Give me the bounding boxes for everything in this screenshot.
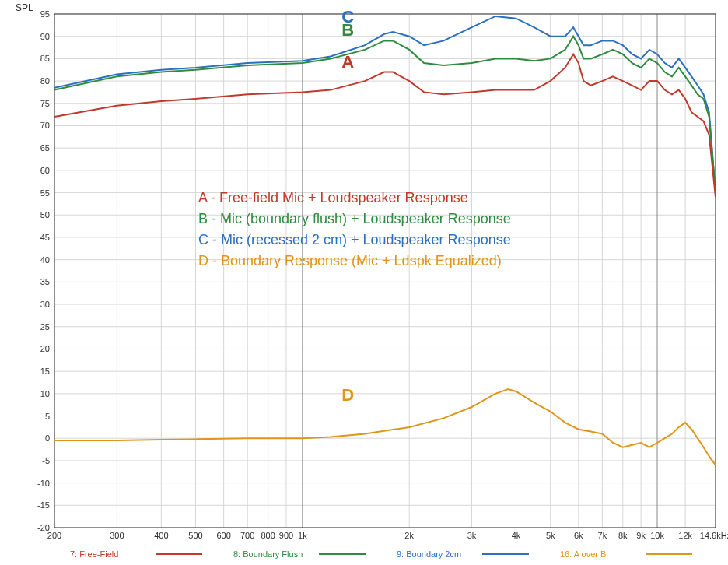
spl-frequency-chart: SPL 2003004005006007008009001k2k3k4k5k6k… (0, 0, 728, 565)
annot-d: D (341, 385, 354, 405)
series-b-line (54, 37, 716, 193)
footer-label-16: 16: A over B (560, 549, 606, 559)
y-tick: 95 (40, 9, 50, 19)
y-tick: 55 (40, 188, 50, 198)
y-tick: 75 (40, 99, 50, 108)
x-tick: 6k (574, 531, 583, 540)
y-tick: 10 (40, 389, 50, 398)
x-tick: 700 (240, 531, 254, 540)
y-tick: -5 (42, 456, 50, 465)
y-tick: -20 (37, 523, 50, 532)
x-tick: 5k (546, 531, 555, 540)
x-tick: 500 (188, 531, 202, 540)
x-tick: 12k (678, 531, 692, 540)
y-tick: 70 (40, 121, 50, 130)
legend-entry-b: B - Mic (boundary flush) + Loudspeaker R… (198, 211, 511, 226)
footer-label-9: 9: Boundary 2cm (397, 549, 461, 559)
y-tick: 65 (40, 143, 50, 153)
x-tick: 800 (261, 531, 275, 540)
y-tick: 20 (40, 344, 50, 353)
x-tick: 14.6kHz (700, 531, 728, 540)
y-tick: 35 (40, 277, 50, 286)
x-tick: 300 (110, 531, 124, 540)
svg-rect-44 (54, 14, 716, 528)
x-tick: 3k (467, 531, 477, 540)
y-tick-labels: -20-15-10-505101520253035404550556065707… (37, 9, 50, 532)
legend-entry-a: A - Free-field Mic + Loudspeaker Respons… (198, 190, 468, 205)
legend-entry-c: C - Mic (recessed 2 cm) + Loudspeaker Re… (198, 232, 511, 247)
footer-label-7: 7: Free-Field (70, 549, 118, 559)
x-tick: 4k (512, 531, 521, 540)
y-tick: -15 (37, 500, 50, 510)
x-tick: 1k (298, 531, 307, 540)
x-tick: 9k (636, 531, 646, 540)
legend-entry-d: D - Boundary Response (Mic + Ldspk Equal… (198, 253, 502, 268)
y-tick: 85 (40, 54, 50, 63)
x-tick: 7k (598, 531, 607, 540)
x-tick: 900 (279, 531, 293, 540)
y-tick: 25 (40, 322, 50, 332)
series-annotations: ABCD (341, 7, 354, 405)
footer-legend: 7: Free-Field8: Boundary Flush9: Boundar… (70, 549, 692, 559)
y-tick: 60 (40, 166, 50, 175)
x-tick: 2k (404, 531, 414, 540)
gridlines (54, 14, 716, 528)
annot-a: A (341, 52, 354, 72)
series-c-line (54, 16, 716, 193)
x-tick: 600 (216, 531, 230, 540)
y-tick: 30 (40, 300, 50, 309)
y-tick: 40 (40, 255, 50, 265)
axes (54, 14, 716, 528)
y-tick: 0 (45, 433, 50, 443)
y-tick: 45 (40, 233, 50, 242)
y-axis-label: SPL (16, 2, 33, 13)
x-tick-labels: 2003004005006007008009001k2k3k4k5k6k7k8k… (47, 531, 728, 540)
chart-legend: A - Free-field Mic + Loudspeaker Respons… (198, 190, 511, 268)
y-tick: 90 (40, 32, 50, 41)
y-tick: 50 (40, 210, 50, 219)
series-d-line (54, 389, 716, 465)
x-tick: 8k (618, 531, 628, 540)
y-tick: 15 (40, 367, 50, 376)
footer-label-8: 8: Boundary Flush (233, 549, 303, 559)
y-tick: -10 (37, 479, 50, 488)
x-tick: 10k (650, 531, 664, 540)
annot-c: C (341, 7, 354, 26)
x-tick: 400 (154, 531, 168, 540)
y-tick: 5 (45, 412, 50, 421)
y-tick: 80 (40, 76, 50, 86)
